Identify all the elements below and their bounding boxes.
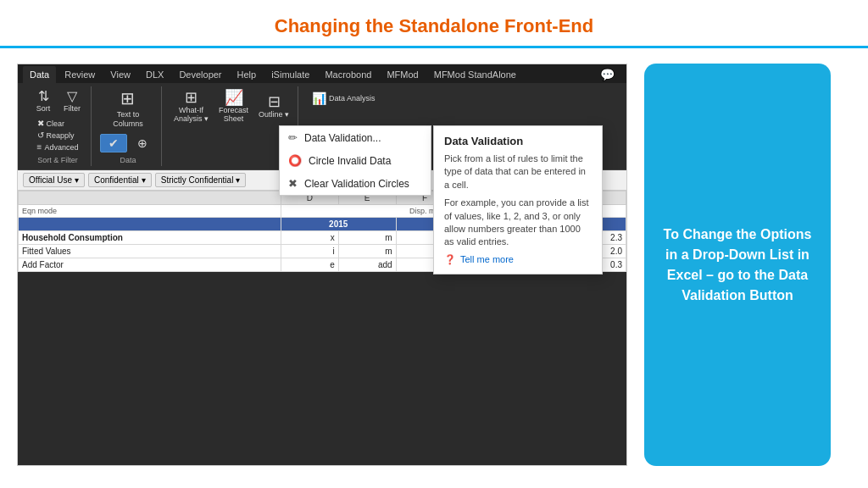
fitted-label: Fitted Values (19, 245, 281, 258)
advanced-label: Advanced (44, 143, 78, 152)
consolidate-icon: ⊕ (137, 136, 147, 150)
hh-eqn: x (281, 231, 338, 245)
advanced-icon: ≡ (37, 142, 42, 152)
outline-label: Outline ▾ (259, 110, 289, 119)
circle-invalid-icon: ⭕ (288, 154, 302, 167)
right-panel-text: To Change the Options in a Drop-Down Lis… (661, 225, 814, 306)
dv-tooltip: Data Validation Pick from a list of rule… (433, 125, 603, 274)
reapply-button[interactable]: ↺ Reapply (35, 130, 81, 141)
right-panel: To Change the Options in a Drop-Down Lis… (644, 64, 831, 466)
disp-header: Disp. model (281, 205, 453, 218)
main-content: Data Review View DLX Developer Help iSim… (0, 48, 868, 481)
data-analysis-icon: 📊 (312, 92, 326, 105)
official-use-chevron: ▾ (75, 175, 79, 185)
data-validation-menu-label: Data Validation... (304, 132, 381, 144)
official-use-pill[interactable]: Official Use ▾ (23, 173, 85, 187)
year-2015: 2015 (281, 218, 396, 231)
clear-circles-menu-item[interactable]: ✖ Clear Validation Circles (280, 172, 431, 195)
clear-label: Clear (47, 119, 65, 128)
outline-button[interactable]: ⊟ Outline ▾ (255, 88, 292, 125)
dv-tell-more-label: Tell me more (460, 254, 514, 264)
chat-icon[interactable]: 💬 (593, 66, 621, 83)
tab-macrobond[interactable]: Macrobond (318, 66, 378, 83)
strictly-confidential-pill[interactable]: Strictly Confidential ▾ (155, 173, 247, 187)
fitted-disp: m (338, 245, 396, 258)
tab-isimulate[interactable]: iSimulate (264, 66, 316, 83)
consolidate-btn[interactable]: ⊕ (129, 134, 156, 152)
dv-tooltip-title: Data Validation (444, 135, 592, 147)
what-if-button[interactable]: ⊞ What-IfAnalysis ▾ (170, 88, 212, 125)
forecast-sheet-icon: 📈 (225, 90, 243, 105)
circle-invalid-menu-item[interactable]: ⭕ Circle Invalid Data (280, 149, 431, 172)
ribbon-tabs: Data Review View DLX Developer Help iSim… (18, 64, 626, 83)
hh-consumption-label: Household Consumption (19, 231, 281, 245)
forecast-sheet-button[interactable]: 📈 ForecastSheet (215, 88, 252, 125)
sort-filter-group: ⇅ Sort ▽ Filter ✖ Clear ↺ Reappl (25, 86, 92, 166)
data-validation-menu-icon: ✏ (288, 131, 298, 144)
tab-review[interactable]: Review (58, 66, 102, 83)
clear-icon: ✖ (37, 119, 44, 128)
tab-help[interactable]: Help (231, 66, 264, 83)
add-eqn: e (281, 258, 338, 272)
advanced-button[interactable]: ≡ Advanced (35, 141, 81, 152)
sort-button[interactable]: ⇅ Sort (30, 88, 57, 114)
what-if-label: What-IfAnalysis ▾ (174, 106, 209, 123)
sort-icon: ⇅ (38, 90, 49, 103)
tab-developer[interactable]: Developer (172, 66, 228, 83)
reapply-icon: ↺ (37, 130, 44, 140)
forecast-sheet-label: ForecastSheet (219, 106, 248, 123)
page-header: Changing the Standalone Front-End (0, 0, 868, 48)
what-if-icon: ⊞ (185, 90, 198, 105)
tab-mfmod[interactable]: MFMod (380, 66, 425, 83)
reapply-label: Reapply (47, 131, 75, 140)
fitted-eqn: i (281, 245, 338, 258)
filter-button[interactable]: ▽ Filter (58, 88, 86, 114)
official-use-label: Official Use (29, 175, 72, 185)
hh-disp: m (338, 231, 396, 245)
tab-data[interactable]: Data (23, 66, 56, 83)
text-to-columns-icon: ⊞ (120, 90, 135, 107)
text-to-columns-button[interactable]: ⊞ Text toColumns (109, 88, 147, 130)
page-title: Changing the Standalone Front-End (0, 15, 868, 37)
data-validation-icon: ✔ (108, 136, 119, 150)
sort-filter-buttons: ⇅ Sort ▽ Filter (30, 88, 86, 114)
data-tools-group: ⊞ Text toColumns ✔ ⊕ Data (95, 86, 162, 166)
data-validation-btn[interactable]: ✔ (100, 134, 127, 152)
outline-icon: ⊟ (268, 94, 281, 109)
dv-tell-more-link[interactable]: ❓ Tell me more (444, 254, 592, 265)
dropdown-menu: ✏ Data Validation... ⭕ Circle Invalid Da… (279, 125, 431, 196)
sort-label: Sort (36, 104, 51, 113)
clear-circles-label: Clear Validation Circles (304, 178, 409, 190)
circle-invalid-label: Circle Invalid Data (309, 155, 391, 167)
filter-label: Filter (64, 104, 81, 113)
clear-circles-icon: ✖ (288, 177, 298, 190)
strictly-confidential-chevron: ▾ (236, 175, 240, 185)
text-to-columns-label: Text toColumns (113, 110, 143, 129)
clear-button[interactable]: ✖ Clear (35, 118, 81, 129)
data-tools-group-label: Data (120, 154, 136, 164)
tab-mfmod-standalone[interactable]: MFMod StandAlone (427, 66, 523, 83)
confidential-pill[interactable]: Confidential ▾ (88, 173, 152, 187)
data-analysis-label: Data Analysis (329, 94, 376, 103)
filter-icon: ▽ (67, 90, 77, 103)
sort-filter-group-label: Sort & Filter (37, 154, 78, 164)
strictly-confidential-label: Strictly Confidential (161, 175, 234, 185)
year-row-label (19, 218, 281, 231)
confidential-chevron: ▾ (142, 175, 146, 185)
dv-tooltip-body1: Pick from a list of rules to limit the t… (444, 152, 592, 191)
data-validation-menu-item[interactable]: ✏ Data Validation... (280, 126, 431, 149)
help-icon: ❓ (444, 254, 456, 265)
excel-screenshot: Data Review View DLX Developer Help iSim… (17, 64, 627, 466)
add-disp: add (338, 258, 396, 272)
add-factor-label: Add Factor (19, 258, 281, 272)
tab-dlx[interactable]: DLX (139, 66, 170, 83)
col-label (19, 191, 281, 205)
data-analysis-button[interactable]: 📊 Data Analysis (307, 88, 381, 108)
tab-view[interactable]: View (103, 66, 137, 83)
eqn-header: Eqn mode (19, 205, 281, 218)
confidential-label: Confidential (94, 175, 139, 185)
dv-tooltip-body2: For example, you can provide a list of v… (444, 197, 592, 249)
